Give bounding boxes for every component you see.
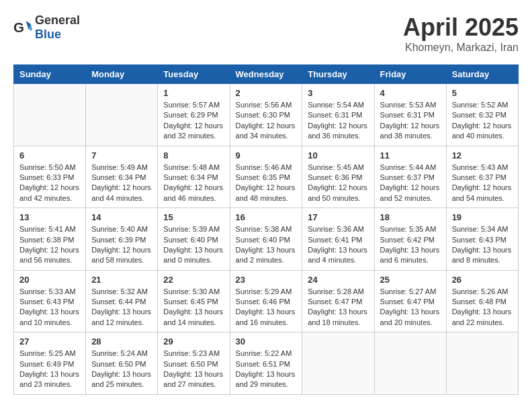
calendar-week-3: 13Sunrise: 5:41 AMSunset: 6:38 PMDayligh… — [14, 208, 519, 271]
day-number-25: 25 — [380, 275, 441, 285]
calendar-cell-w1-d5: 4Sunrise: 5:53 AMSunset: 6:31 PMDaylight… — [374, 84, 446, 146]
day-info-17: Sunrise: 5:36 AMSunset: 6:41 PMDaylight:… — [308, 224, 368, 266]
page-header: G General Blue April 2025 Khomeyn, Marka… — [13, 13, 519, 54]
calendar-cell-w5-d3: 30Sunrise: 5:22 AMSunset: 6:51 PMDayligh… — [230, 332, 302, 395]
calendar-week-2: 6Sunrise: 5:50 AMSunset: 6:33 PMDaylight… — [14, 146, 519, 208]
day-number-11: 11 — [380, 150, 441, 161]
calendar-cell-w2-d3: 9Sunrise: 5:46 AMSunset: 6:35 PMDaylight… — [230, 146, 302, 208]
calendar-week-1: 1Sunrise: 5:57 AMSunset: 6:29 PMDaylight… — [14, 84, 519, 146]
calendar-cell-w1-d6: 5Sunrise: 5:52 AMSunset: 6:32 PMDaylight… — [446, 84, 518, 146]
calendar-cell-w1-d4: 3Sunrise: 5:54 AMSunset: 6:31 PMDaylight… — [302, 84, 374, 146]
day-number-20: 20 — [19, 275, 80, 285]
calendar-cell-w1-d0 — [14, 84, 86, 146]
day-number-29: 29 — [163, 336, 224, 347]
day-info-28: Sunrise: 5:24 AMSunset: 6:50 PMDaylight:… — [91, 349, 152, 390]
calendar-cell-w1-d1 — [86, 84, 158, 146]
calendar-cell-w4-d0: 20Sunrise: 5:33 AMSunset: 6:43 PMDayligh… — [14, 270, 86, 332]
calendar-cell-w5-d2: 29Sunrise: 5:23 AMSunset: 6:50 PMDayligh… — [158, 332, 230, 395]
day-info-10: Sunrise: 5:45 AMSunset: 6:36 PMDaylight:… — [308, 163, 368, 204]
calendar-cell-w4-d1: 21Sunrise: 5:32 AMSunset: 6:44 PMDayligh… — [86, 270, 158, 332]
header-saturday: Saturday — [446, 65, 518, 84]
day-number-6: 6 — [19, 150, 80, 161]
calendar-cell-w3-d2: 15Sunrise: 5:39 AMSunset: 6:40 PMDayligh… — [158, 208, 230, 271]
day-number-16: 16 — [236, 212, 297, 222]
calendar-week-5: 27Sunrise: 5:25 AMSunset: 6:49 PMDayligh… — [14, 332, 519, 395]
calendar-cell-w2-d0: 6Sunrise: 5:50 AMSunset: 6:33 PMDaylight… — [14, 146, 86, 208]
calendar-cell-w3-d4: 17Sunrise: 5:36 AMSunset: 6:41 PMDayligh… — [302, 208, 374, 271]
calendar-cell-w1-d2: 1Sunrise: 5:57 AMSunset: 6:29 PMDaylight… — [158, 84, 230, 146]
day-number-5: 5 — [452, 88, 513, 98]
location: Khomeyn, Markazi, Iran — [403, 42, 519, 54]
day-info-15: Sunrise: 5:39 AMSunset: 6:40 PMDaylight:… — [163, 224, 224, 266]
day-info-24: Sunrise: 5:28 AMSunset: 6:47 PMDaylight:… — [308, 287, 368, 328]
calendar-cell-w4-d3: 23Sunrise: 5:29 AMSunset: 6:46 PMDayligh… — [230, 270, 302, 332]
month-year: April 2025 — [403, 13, 519, 42]
svg-text:G: G — [13, 19, 24, 35]
day-number-12: 12 — [452, 150, 513, 161]
day-number-17: 17 — [308, 212, 368, 222]
day-info-14: Sunrise: 5:40 AMSunset: 6:39 PMDaylight:… — [91, 224, 152, 266]
day-number-10: 10 — [308, 150, 368, 161]
calendar-cell-w2-d2: 8Sunrise: 5:48 AMSunset: 6:34 PMDaylight… — [158, 146, 230, 208]
day-number-8: 8 — [163, 150, 224, 161]
calendar-cell-w4-d2: 22Sunrise: 5:30 AMSunset: 6:45 PMDayligh… — [158, 270, 230, 332]
day-info-3: Sunrise: 5:54 AMSunset: 6:31 PMDaylight:… — [308, 100, 368, 142]
calendar-cell-w3-d3: 16Sunrise: 5:38 AMSunset: 6:40 PMDayligh… — [230, 208, 302, 271]
calendar-cell-w5-d4 — [302, 332, 374, 395]
day-number-7: 7 — [91, 150, 152, 161]
day-info-2: Sunrise: 5:56 AMSunset: 6:30 PMDaylight:… — [236, 100, 297, 142]
day-info-1: Sunrise: 5:57 AMSunset: 6:29 PMDaylight:… — [163, 100, 224, 142]
logo: G General Blue — [13, 13, 80, 42]
day-info-4: Sunrise: 5:53 AMSunset: 6:31 PMDaylight:… — [380, 100, 441, 142]
logo-icon: G — [13, 18, 32, 37]
logo-blue: Blue — [35, 28, 61, 41]
calendar-cell-w5-d1: 28Sunrise: 5:24 AMSunset: 6:50 PMDayligh… — [86, 332, 158, 395]
header-tuesday: Tuesday — [158, 65, 230, 84]
day-info-16: Sunrise: 5:38 AMSunset: 6:40 PMDaylight:… — [236, 224, 297, 266]
calendar-cell-w3-d1: 14Sunrise: 5:40 AMSunset: 6:39 PMDayligh… — [86, 208, 158, 271]
day-info-30: Sunrise: 5:22 AMSunset: 6:51 PMDaylight:… — [236, 349, 297, 390]
day-info-20: Sunrise: 5:33 AMSunset: 6:43 PMDaylight:… — [19, 287, 80, 328]
header-friday: Friday — [374, 65, 446, 84]
calendar-cell-w5-d0: 27Sunrise: 5:25 AMSunset: 6:49 PMDayligh… — [14, 332, 86, 395]
day-number-19: 19 — [452, 212, 513, 222]
day-info-8: Sunrise: 5:48 AMSunset: 6:34 PMDaylight:… — [163, 163, 224, 204]
day-info-9: Sunrise: 5:46 AMSunset: 6:35 PMDaylight:… — [236, 163, 297, 204]
calendar-table: Sunday Monday Tuesday Wednesday Thursday… — [13, 64, 519, 395]
day-info-27: Sunrise: 5:25 AMSunset: 6:49 PMDaylight:… — [19, 349, 80, 390]
calendar-cell-w4-d4: 24Sunrise: 5:28 AMSunset: 6:47 PMDayligh… — [302, 270, 374, 332]
day-number-18: 18 — [380, 212, 441, 222]
day-number-27: 27 — [19, 336, 80, 347]
header-monday: Monday — [86, 65, 158, 84]
day-number-23: 23 — [236, 275, 297, 285]
day-info-26: Sunrise: 5:26 AMSunset: 6:48 PMDaylight:… — [452, 287, 513, 328]
day-number-24: 24 — [308, 275, 368, 285]
calendar-cell-w2-d4: 10Sunrise: 5:45 AMSunset: 6:36 PMDayligh… — [302, 146, 374, 208]
title-block: April 2025 Khomeyn, Markazi, Iran — [403, 13, 519, 54]
day-info-11: Sunrise: 5:44 AMSunset: 6:37 PMDaylight:… — [380, 163, 441, 204]
header-thursday: Thursday — [302, 65, 374, 84]
calendar-cell-w3-d5: 18Sunrise: 5:35 AMSunset: 6:42 PMDayligh… — [374, 208, 446, 271]
header-sunday: Sunday — [14, 65, 86, 84]
day-number-3: 3 — [308, 88, 368, 98]
day-number-14: 14 — [91, 212, 152, 222]
day-number-15: 15 — [163, 212, 224, 222]
day-info-5: Sunrise: 5:52 AMSunset: 6:32 PMDaylight:… — [452, 100, 513, 142]
logo-text: General Blue — [35, 13, 80, 42]
day-number-22: 22 — [163, 275, 224, 285]
calendar-cell-w4-d6: 26Sunrise: 5:26 AMSunset: 6:48 PMDayligh… — [446, 270, 518, 332]
calendar-week-4: 20Sunrise: 5:33 AMSunset: 6:43 PMDayligh… — [14, 270, 519, 332]
day-number-9: 9 — [236, 150, 297, 161]
logo-general: General — [35, 13, 80, 27]
day-info-29: Sunrise: 5:23 AMSunset: 6:50 PMDaylight:… — [163, 349, 224, 390]
calendar-cell-w2-d1: 7Sunrise: 5:49 AMSunset: 6:34 PMDaylight… — [86, 146, 158, 208]
day-info-25: Sunrise: 5:27 AMSunset: 6:47 PMDaylight:… — [380, 287, 441, 328]
day-info-21: Sunrise: 5:32 AMSunset: 6:44 PMDaylight:… — [91, 287, 152, 328]
calendar-cell-w2-d5: 11Sunrise: 5:44 AMSunset: 6:37 PMDayligh… — [374, 146, 446, 208]
calendar-cell-w3-d0: 13Sunrise: 5:41 AMSunset: 6:38 PMDayligh… — [14, 208, 86, 271]
day-info-6: Sunrise: 5:50 AMSunset: 6:33 PMDaylight:… — [19, 163, 80, 204]
day-number-21: 21 — [91, 275, 152, 285]
day-number-4: 4 — [380, 88, 441, 98]
day-number-28: 28 — [91, 336, 152, 347]
header-wednesday: Wednesday — [230, 65, 302, 84]
